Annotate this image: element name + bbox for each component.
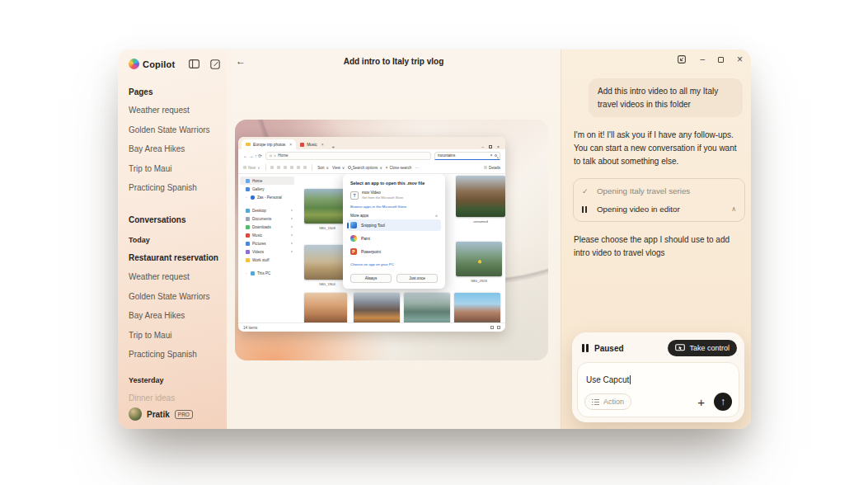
copy-icon[interactable] — [277, 166, 280, 169]
new-button[interactable]: New ∨ — [243, 166, 260, 170]
nav-onedrive[interactable]: › Zas - Personal — [238, 193, 296, 201]
just-once-button[interactable]: Just once — [396, 274, 438, 283]
share-icon[interactable] — [297, 166, 300, 169]
rename-icon[interactable] — [290, 166, 293, 169]
search-box[interactable]: mountains × — [434, 152, 500, 160]
add-attachment-button[interactable]: + — [694, 395, 708, 409]
list-view-icon[interactable] — [490, 326, 494, 329]
assistant-prompt: Please choose the app I should use to ad… — [574, 233, 744, 260]
explorer-nav-pane: Home Gallery › Zas - Personal — [238, 174, 296, 323]
details-button[interactable]: Details — [484, 166, 500, 170]
pin-icon — [291, 210, 293, 212]
action-dropdown[interactable]: Action — [584, 393, 631, 410]
user-name: Pratik — [147, 410, 170, 419]
breadcrumb[interactable]: ⌂ › Home — [265, 152, 431, 160]
file-thumbnail[interactable] — [304, 293, 347, 323]
session-preview[interactable]: Europe trip photos × Music × + – × — [235, 120, 548, 360]
conversation-item[interactable]: Trip to Maui — [129, 326, 220, 346]
tab-close-icon[interactable]: × — [289, 142, 292, 147]
file-thumbnail[interactable] — [354, 293, 400, 323]
music-app-icon — [300, 143, 304, 147]
app-option-paint[interactable]: Paint — [347, 233, 441, 244]
page-item[interactable]: Bay Area Hikes — [129, 139, 220, 159]
more-options-icon[interactable]: ⋯ — [415, 166, 419, 170]
steps-card[interactable]: ✓ Opening Italy travel series Opening vi… — [573, 178, 745, 222]
delete-icon[interactable] — [303, 166, 307, 169]
explorer-maximize-icon[interactable] — [489, 145, 492, 148]
take-control-button[interactable]: Take control — [668, 340, 737, 356]
main-topbar: ← Add intro to Italy trip vlog — [227, 49, 561, 74]
conversation-item[interactable]: Dinner ideas — [129, 388, 220, 408]
file-thumbnail[interactable] — [454, 293, 500, 323]
nav-documents[interactable]: Documents — [238, 214, 296, 223]
paste-icon[interactable] — [284, 166, 287, 169]
conversation-item[interactable]: Practicing Spanish — [129, 345, 220, 365]
search-options-icon — [348, 166, 351, 169]
conversation-item[interactable]: Weather request — [129, 267, 220, 287]
page-item[interactable]: Practicing Spanish — [129, 178, 220, 198]
powerpoint-icon: P — [350, 248, 357, 255]
nav-music[interactable]: Music — [238, 231, 296, 239]
window-controls: – × — [677, 54, 743, 64]
new-chat-icon[interactable] — [210, 59, 220, 69]
maximize-icon[interactable] — [718, 57, 724, 63]
nav-desktop[interactable]: Desktop — [238, 206, 296, 214]
browse-store-link[interactable]: Browse apps in the Microsoft Store — [350, 205, 438, 209]
tab-close-icon[interactable]: × — [321, 142, 324, 147]
conversation-item[interactable]: Golden State Warriors — [129, 287, 220, 307]
nav-pictures[interactable]: Pictures — [238, 239, 296, 247]
sort-button[interactable]: Sort ∨ — [317, 166, 329, 170]
collapse-chevron-icon[interactable]: ∧ — [731, 205, 736, 213]
pin-icon — [291, 226, 293, 228]
user-profile[interactable]: Pratik PRO — [129, 407, 220, 421]
always-button[interactable]: Always — [350, 274, 392, 283]
pages-list: Weather request Golden State Warriors Ba… — [129, 101, 220, 198]
thumbnail-view-icon[interactable] — [497, 326, 500, 329]
today-header: Today — [129, 236, 220, 244]
pop-in-icon[interactable] — [677, 54, 687, 64]
nav-gallery[interactable]: Gallery — [238, 185, 296, 193]
explorer-body: Home Gallery › Zas - Personal — [238, 174, 505, 323]
close-search-button[interactable]: × Close search — [386, 166, 412, 170]
photo-mist — [304, 293, 347, 323]
file-thumbnail[interactable]: unnamed — [456, 176, 505, 224]
conversation-item[interactable]: Bay Area Hikes — [129, 306, 220, 326]
nav-videos[interactable]: Videos — [238, 247, 296, 256]
more-apps-row[interactable]: More apps ∧ — [350, 214, 438, 218]
nav-home[interactable]: Home — [240, 177, 294, 185]
page-item[interactable]: Weather request — [129, 101, 220, 120]
pin-icon — [291, 251, 293, 253]
page-item[interactable]: Trip to Maui — [129, 159, 220, 179]
cut-icon[interactable] — [270, 166, 274, 169]
nav-arrows[interactable]: ← → ↑ ⟳ — [243, 153, 262, 158]
assistant-message: I'm on it! I'll ask you if I have any fo… — [574, 129, 744, 167]
explorer-tab-music[interactable]: Music × — [296, 139, 327, 149]
send-button[interactable]: ↑ — [714, 393, 732, 411]
search-icon — [495, 154, 498, 158]
close-icon[interactable]: × — [737, 55, 743, 64]
sidebar-toggle-icon[interactable] — [189, 59, 199, 68]
pages-header: Pages — [129, 87, 220, 97]
choose-app-link[interactable]: Choose an app on your PC — [350, 262, 438, 266]
nav-this-pc[interactable]: › This PC — [238, 269, 296, 277]
clear-search-icon[interactable]: × — [490, 153, 493, 158]
file-thumbnail[interactable] — [404, 293, 450, 323]
minimize-icon[interactable]: – — [700, 55, 705, 64]
desktop-icon — [246, 209, 250, 213]
file-thumbnail[interactable]: IMG_2928 — [456, 242, 502, 283]
conversation-item-selected[interactable]: Restaurant reservation — [129, 248, 220, 268]
page-item[interactable]: Golden State Warriors — [129, 120, 220, 140]
nav-work-stuff[interactable]: Work stuff — [238, 256, 296, 264]
app-option-snipping-tool[interactable]: Snipping Tool — [347, 219, 441, 231]
chat-input[interactable]: Use Capcut Action + ↑ — [577, 362, 739, 417]
store-app-item[interactable]: T mov Video Get from the Microsoft Store — [350, 191, 438, 200]
chat-input-value: Use Capcut — [586, 375, 629, 384]
search-options-button[interactable]: Search options ∨ — [348, 166, 382, 170]
nav-downloads[interactable]: Downloads — [238, 223, 296, 231]
view-button[interactable]: View ∨ — [332, 166, 345, 170]
app-option-powerpoint[interactable]: P Powerpoint — [347, 246, 441, 257]
explorer-tab-active[interactable]: Europe trip photos × — [242, 139, 296, 149]
store-app-icon: T — [350, 191, 359, 200]
text-caret — [630, 375, 631, 384]
details-icon — [484, 166, 487, 169]
